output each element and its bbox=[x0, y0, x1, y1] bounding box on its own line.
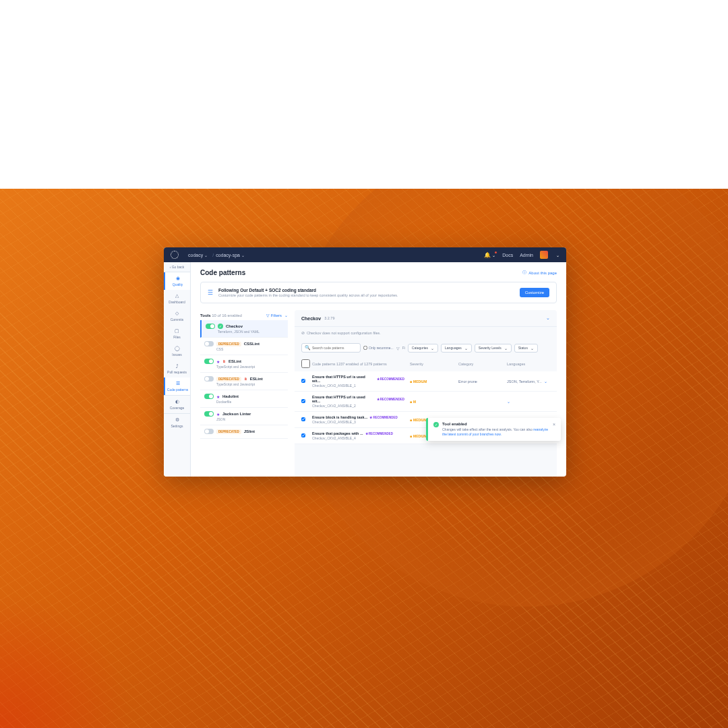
detail-version: 3.2.79 bbox=[324, 316, 334, 320]
coding-standard-banner: ☰ Following Our Default + SOC2 coding st… bbox=[200, 282, 557, 303]
pattern-title: Ensure block is handling task... ★ RECOM… bbox=[312, 415, 404, 419]
pattern-count: 1237 enabled of 1279 patterns bbox=[336, 362, 387, 366]
pattern-checkbox[interactable] bbox=[301, 417, 305, 421]
tool-item[interactable]: DEPRECATEDJSlint bbox=[200, 425, 288, 439]
only-recommended-checkbox[interactable]: Only recomme... bbox=[363, 346, 394, 350]
filter-icon: ▽ bbox=[266, 313, 270, 317]
close-icon[interactable]: × bbox=[553, 422, 555, 437]
tool-toggle[interactable] bbox=[204, 341, 214, 346]
languages-dropdown[interactable]: Languages⌄ bbox=[441, 344, 472, 353]
search-input[interactable]: 🔍 bbox=[301, 343, 361, 353]
tool-languages: Terraform, JSON and YAML bbox=[218, 330, 284, 334]
tool-item[interactable]: ★Jackson LinterJSON bbox=[200, 408, 288, 425]
filters-button[interactable]: ▽Filters⌄ bbox=[266, 313, 288, 317]
breadcrumb-repo[interactable]: codacy-spa⌄ bbox=[216, 253, 245, 257]
expand-icon[interactable]: ⌄ bbox=[546, 315, 550, 321]
severity-icon: ■ bbox=[410, 434, 412, 438]
deprecated-badge: DEPRECATED bbox=[216, 429, 241, 434]
tool-item[interactable]: ★HadolintDockerfile bbox=[200, 390, 288, 408]
pattern-title: Ensure that HTTPS url is used wit... ★ R… bbox=[312, 375, 404, 383]
tool-languages: JSON bbox=[216, 417, 284, 421]
pattern-title: Ensure that HTTPS url is used wit... ★ R… bbox=[312, 395, 404, 403]
info-icon: ⊘ bbox=[301, 331, 305, 335]
star-icon: ★ bbox=[216, 394, 220, 399]
tool-item[interactable]: DEPRECATEDCSSLintCSS bbox=[200, 338, 288, 355]
pattern-id: Checkov_CKV2_ANSIBLE_1 bbox=[312, 384, 404, 388]
tools-label: Tools bbox=[200, 313, 211, 317]
pattern-checkbox[interactable] bbox=[301, 433, 305, 437]
pattern-checkbox[interactable] bbox=[301, 399, 305, 403]
avatar[interactable] bbox=[540, 251, 548, 259]
tool-toggle[interactable] bbox=[204, 411, 214, 417]
topbar: codacy⌄ / codacy-spa⌄ 🔔⌄ Docs Admin ⌄ bbox=[164, 247, 566, 262]
sort-icon[interactable]: ▽ bbox=[396, 346, 400, 351]
severity-dropdown[interactable]: Severity Levels⌄ bbox=[475, 344, 512, 353]
pattern-id: Checkov_CKV2_ANSIBLE_2 bbox=[312, 404, 404, 408]
detail-note: ⊘Checkov does not support configuration … bbox=[295, 327, 557, 339]
about-page-link[interactable]: ⓘAbout this page bbox=[522, 270, 557, 276]
recommended-badge: ★ RECOMMENDED bbox=[365, 432, 394, 435]
sidebar-item-dashboard[interactable]: △Dashboard bbox=[164, 290, 190, 307]
tools-panel: Tools 10 of 16 enabled ▽Filters⌄ ✓Checko… bbox=[200, 310, 288, 477]
admin-link[interactable]: Admin bbox=[520, 253, 533, 257]
recommended-badge: ★ RECOMMENDED bbox=[377, 398, 405, 401]
chevron-down-icon[interactable]: ⌄ bbox=[507, 399, 510, 404]
categories-dropdown[interactable]: Categories⌄ bbox=[408, 344, 438, 353]
docs-link[interactable]: Docs bbox=[502, 253, 513, 257]
tool-languages: Dockerfile bbox=[216, 400, 284, 404]
tool-item[interactable]: DEPRECATED🗎ESLintTypeScript and Javascri… bbox=[200, 373, 288, 390]
pattern-checkbox[interactable] bbox=[301, 379, 305, 383]
sidebar-item-quality[interactable]: ◉Quality bbox=[164, 272, 190, 290]
pattern-row[interactable]: Ensure that HTTPS url is used wit... ★ R… bbox=[295, 371, 557, 392]
pattern-id: Checkov_CKV2_ANSIBLE_3 bbox=[312, 420, 404, 424]
tool-name: Checkov bbox=[226, 324, 243, 328]
sidebar-item-commits[interactable]: ◇Commits bbox=[164, 307, 190, 325]
tool-item[interactable]: ✓CheckovTerraform, JSON and YAML bbox=[200, 320, 288, 338]
customize-button[interactable]: Customize bbox=[520, 288, 549, 297]
tools-count: 10 of 16 enabled bbox=[212, 313, 242, 317]
breadcrumb-separator: / bbox=[212, 253, 214, 257]
coverage-icon: ◐ bbox=[175, 399, 180, 404]
tool-name: Jackson Linter bbox=[222, 412, 251, 416]
breadcrumb-org[interactable]: codacy⌄ bbox=[188, 253, 208, 257]
tool-toggle[interactable] bbox=[204, 376, 214, 382]
tool-name: JSlint bbox=[244, 429, 255, 433]
list-icon: ☰ bbox=[208, 289, 213, 296]
page-title: Code patterns bbox=[200, 269, 245, 276]
success-icon: ✓ bbox=[433, 422, 439, 427]
pattern-category: Error prone bbox=[458, 380, 502, 384]
tool-toggle[interactable] bbox=[204, 359, 214, 364]
pattern-languages: ⌄ bbox=[507, 399, 550, 404]
notifications-icon[interactable]: 🔔⌄ bbox=[484, 252, 495, 258]
select-all-checkbox[interactable] bbox=[301, 359, 310, 368]
sidebar-item-coverage[interactable]: ◐Coverage bbox=[164, 395, 190, 413]
sidebar-item-pull-requests[interactable]: ⤴Pull requests bbox=[164, 360, 190, 377]
recommended-badge: ★ RECOMMENDED bbox=[377, 377, 405, 381]
pattern-row[interactable]: Ensure that HTTPS url is used wit... ★ R… bbox=[295, 392, 557, 412]
chevron-down-icon[interactable]: ⌄ bbox=[544, 379, 547, 384]
severity-icon: ■ bbox=[410, 400, 412, 404]
tool-name: Hadolint bbox=[222, 394, 239, 398]
col-category: Category bbox=[458, 362, 502, 366]
tool-name: ESLint bbox=[250, 377, 263, 381]
sidebar-item-files[interactable]: ▢Files bbox=[164, 325, 190, 342]
toast-notification: ✓ Tool enabled Changes will take effect … bbox=[426, 418, 561, 441]
tool-toggle[interactable] bbox=[204, 429, 214, 434]
chevron-down-icon[interactable]: ⌄ bbox=[556, 253, 559, 257]
detail-title: Checkov bbox=[301, 316, 321, 321]
logo-icon bbox=[171, 251, 179, 259]
severity-icon: ■ bbox=[410, 418, 412, 422]
sidebar-item-settings[interactable]: ⚙Settings bbox=[164, 413, 190, 431]
tool-toggle[interactable] bbox=[204, 394, 214, 399]
col-patterns: Code patterns bbox=[312, 362, 336, 366]
settings-icon: ⚙ bbox=[175, 417, 180, 423]
star-icon: ★ bbox=[216, 412, 220, 417]
sidebar-item-code-patterns[interactable]: ☰Code patterns bbox=[164, 377, 190, 395]
tool-item[interactable]: ★🗎ESLintTypeScript and Javascript bbox=[200, 355, 288, 373]
tool-toggle[interactable] bbox=[206, 324, 215, 329]
file-icon: 🗎 bbox=[244, 377, 247, 381]
sidebar-item-issues[interactable]: ◯Issues bbox=[164, 342, 190, 360]
tool-languages: CSS bbox=[216, 347, 284, 351]
status-dropdown[interactable]: Status⌄ bbox=[514, 344, 538, 353]
go-back-link[interactable]: ‹ Go back bbox=[164, 262, 190, 272]
